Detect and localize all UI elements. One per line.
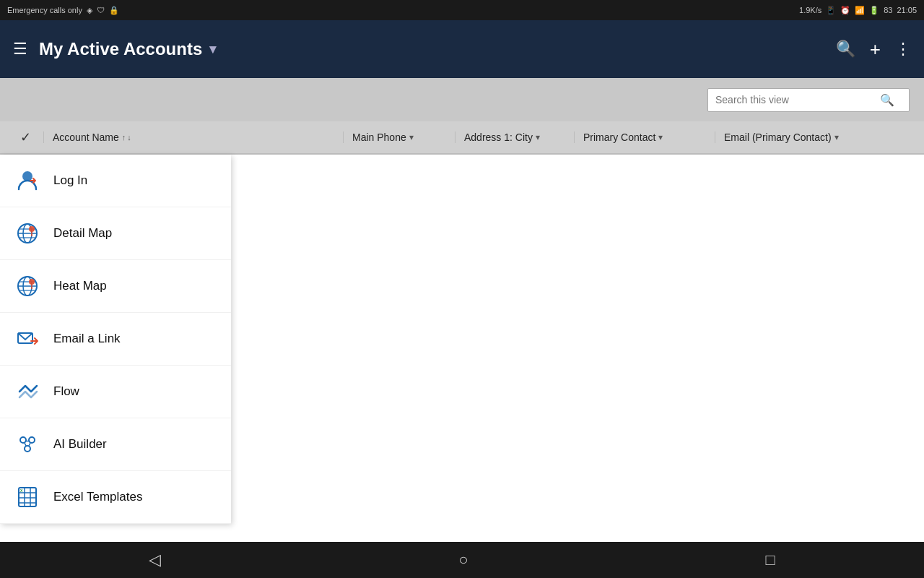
- heat-map-icon: [14, 273, 40, 299]
- phone-icon: 📱: [826, 6, 836, 15]
- sort-desc-icon[interactable]: ↓: [127, 133, 131, 142]
- detail-map-icon: [14, 220, 40, 246]
- col-contact-chevron-icon[interactable]: ▾: [658, 132, 663, 142]
- menu-item-ai-builder[interactable]: AI Builder: [0, 418, 231, 471]
- menu-label-excel-templates: Excel Templates: [53, 490, 142, 504]
- more-options-button[interactable]: ⋮: [895, 40, 911, 59]
- page-title: My Active Accounts: [39, 39, 202, 59]
- battery-icon: 🔋: [869, 6, 879, 15]
- col-header-email-primary-contact[interactable]: Email (Primary Contact) ▾: [715, 131, 902, 143]
- vpn-icon: 🔒: [109, 6, 119, 15]
- ai-builder-icon: [14, 431, 40, 457]
- col-header-main-phone[interactable]: Main Phone ▾: [343, 131, 455, 143]
- column-header-row: ✓ Account Name ↑ ↓ Main Phone ▾ Address …: [0, 121, 924, 155]
- svg-point-13: [29, 279, 35, 285]
- menu-item-heat-map[interactable]: Heat Map: [0, 260, 231, 313]
- svg-point-18: [29, 437, 35, 443]
- col-header-address-city[interactable]: Address 1: City ▾: [455, 131, 574, 143]
- search-header-button[interactable]: 🔍: [836, 40, 855, 59]
- shield-icon: 🛡: [97, 6, 105, 14]
- svg-text:X: X: [20, 488, 23, 493]
- emergency-text: Emergency calls only: [7, 6, 82, 14]
- svg-line-21: [25, 443, 26, 446]
- recent-apps-button[interactable]: □: [766, 551, 775, 569]
- menu-label-detail-map: Detail Map: [53, 226, 112, 241]
- status-left: Emergency calls only ◈ 🛡 🔒: [7, 6, 119, 15]
- excel-templates-icon: X: [14, 484, 40, 510]
- menu-label-heat-map: Heat Map: [53, 279, 107, 293]
- search-box[interactable]: 🔍: [707, 88, 910, 112]
- col-email-chevron-icon[interactable]: ▾: [834, 132, 839, 142]
- page-title-group: My Active Accounts ▾: [39, 39, 216, 59]
- wifi-icon: 📶: [855, 6, 865, 15]
- toolbar: 🔍: [0, 78, 924, 121]
- menu-label-login: Log In: [53, 173, 87, 188]
- main-content: Log In Detail Map: [0, 155, 924, 542]
- home-button[interactable]: ○: [458, 551, 468, 569]
- col-city-chevron-icon[interactable]: ▾: [536, 132, 540, 142]
- alarm-icon: ⏰: [840, 6, 850, 15]
- menu-label-flow: Flow: [53, 384, 79, 399]
- speed-text: 1.9K/s: [799, 6, 821, 14]
- sort-icons-account[interactable]: ↑ ↓: [122, 133, 131, 142]
- col-phone-chevron-icon[interactable]: ▾: [409, 132, 414, 142]
- col-label-account-name: Account Name: [53, 131, 119, 143]
- menu-item-flow[interactable]: Flow: [0, 366, 231, 418]
- search-input[interactable]: [715, 94, 874, 105]
- select-all-checkbox[interactable]: ✓: [7, 129, 43, 145]
- col-header-account-name[interactable]: Account Name ↑ ↓: [43, 131, 343, 143]
- svg-point-19: [25, 446, 30, 452]
- bottom-nav-bar: ◁ ○ □: [0, 542, 924, 578]
- menu-item-login[interactable]: Log In: [0, 155, 231, 207]
- title-chevron-icon[interactable]: ▾: [209, 41, 216, 57]
- col-label-address-city: Address 1: City: [464, 131, 533, 143]
- dropdown-menu: Log In Detail Map: [0, 155, 231, 524]
- header-right: 🔍 + ⋮: [836, 38, 911, 61]
- back-button[interactable]: ◁: [149, 551, 161, 569]
- status-bar: Emergency calls only ◈ 🛡 🔒 1.9K/s 📱 ⏰ 📶 …: [0, 0, 924, 20]
- hamburger-menu-button[interactable]: ☰: [13, 40, 27, 59]
- col-label-email-primary: Email (Primary Contact): [724, 131, 832, 143]
- menu-label-ai-builder: AI Builder: [53, 437, 107, 452]
- svg-point-17: [20, 437, 26, 443]
- login-icon: [14, 168, 40, 194]
- add-button[interactable]: +: [870, 38, 881, 61]
- svg-point-6: [29, 226, 35, 232]
- app-header: ☰ My Active Accounts ▾ 🔍 + ⋮: [0, 20, 924, 78]
- flow-icon: [14, 379, 40, 405]
- menu-item-detail-map[interactable]: Detail Map: [0, 207, 231, 260]
- time-text: 21:05: [897, 6, 917, 14]
- signal-icon: ◈: [87, 6, 92, 15]
- sort-asc-icon[interactable]: ↑: [122, 133, 126, 142]
- menu-item-email-link[interactable]: Email a Link: [0, 313, 231, 366]
- col-label-main-phone: Main Phone: [352, 131, 406, 143]
- menu-label-email-link: Email a Link: [53, 332, 121, 346]
- col-label-primary-contact: Primary Contact: [583, 131, 655, 143]
- col-header-primary-contact[interactable]: Primary Contact ▾: [574, 131, 715, 143]
- status-right: 1.9K/s 📱 ⏰ 📶 🔋 83 21:05: [799, 6, 917, 15]
- menu-item-excel-templates[interactable]: X Excel Templates: [0, 471, 231, 524]
- email-link-icon: [14, 326, 40, 352]
- svg-line-22: [29, 443, 30, 446]
- search-icon: 🔍: [880, 93, 894, 107]
- header-left: ☰ My Active Accounts ▾: [13, 39, 216, 59]
- battery-level: 83: [884, 6, 892, 14]
